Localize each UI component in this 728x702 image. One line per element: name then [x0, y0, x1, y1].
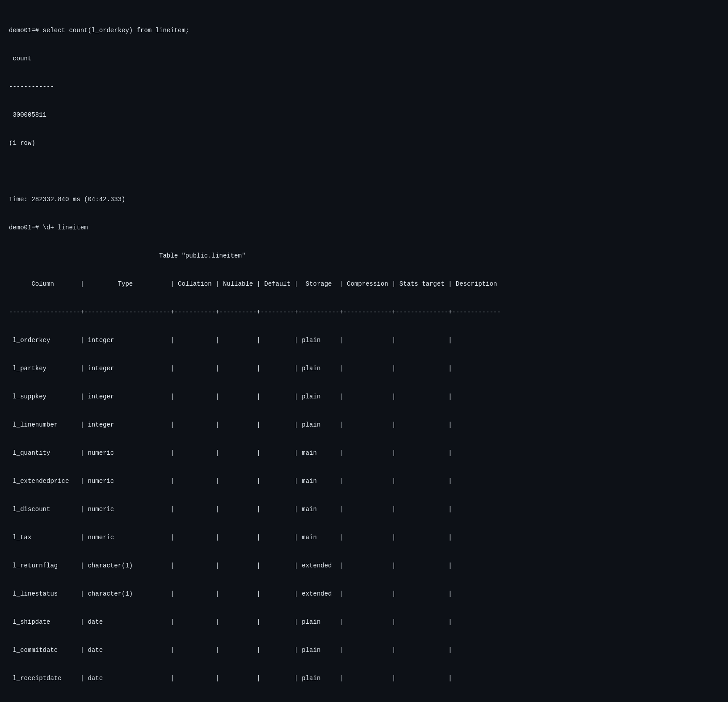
- line-17: l_extendedprice | numeric | | | | main |…: [9, 477, 719, 486]
- line-15: l_linenumber | integer | | | | plain | |…: [9, 420, 719, 430]
- line-12: l_orderkey | integer | | | | plain | | |: [9, 336, 719, 345]
- line-18: l_discount | numeric | | | | main | | |: [9, 505, 719, 514]
- line-23: l_commitdate | date | | | | plain | | |: [9, 646, 719, 655]
- line-3: ------------: [9, 82, 719, 92]
- line-4: 300005811: [9, 110, 719, 120]
- line-1: demo01=# select count(l_orderkey) from l…: [9, 26, 719, 35]
- line-5: (1 row): [9, 139, 719, 148]
- line-9: Table "public.lineitem": [9, 251, 719, 261]
- line-10: Column | Type | Collation | Nullable | D…: [9, 279, 719, 289]
- line-13: l_partkey | integer | | | | plain | | |: [9, 364, 719, 373]
- line-24: l_receiptdate | date | | | | plain | | |: [9, 674, 719, 683]
- line-14: l_suppkey | integer | | | | plain | | |: [9, 392, 719, 402]
- line-16: l_quantity | numeric | | | | main | | |: [9, 448, 719, 458]
- line-11: -------------------+--------------------…: [9, 308, 719, 317]
- line-7: Time: 282332.840 ms (04:42.333): [9, 195, 719, 204]
- line-20: l_returnflag | character(1) | | | | exte…: [9, 561, 719, 571]
- terminal-output: demo01=# select count(l_orderkey) from l…: [9, 7, 719, 702]
- line-2: count: [9, 54, 719, 63]
- line-21: l_linestatus | character(1) | | | | exte…: [9, 589, 719, 599]
- line-6: [9, 167, 719, 176]
- line-19: l_tax | numeric | | | | main | | |: [9, 533, 719, 542]
- line-22: l_shipdate | date | | | | plain | | |: [9, 617, 719, 627]
- line-8: demo01=# \d+ lineitem: [9, 223, 719, 233]
